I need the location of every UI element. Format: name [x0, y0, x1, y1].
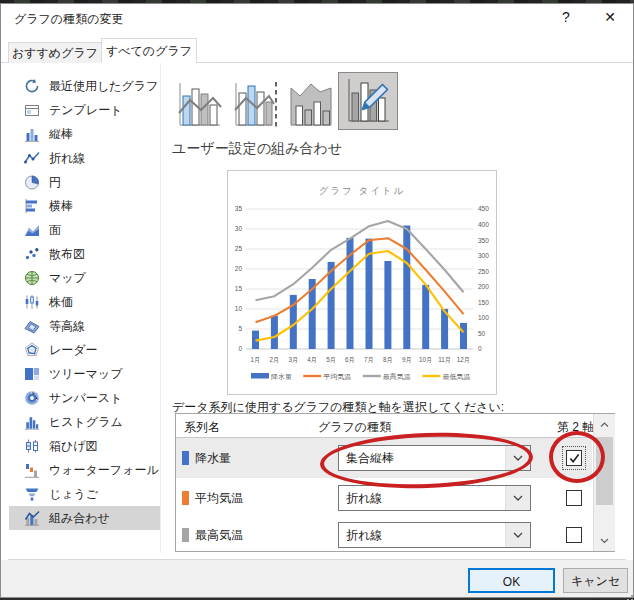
table-scrollbar[interactable]	[593, 414, 615, 551]
ok-button[interactable]: OK	[468, 568, 555, 593]
tab-recommended-charts[interactable]: おすすめグラフ	[8, 42, 102, 63]
tab-all-charts[interactable]: すべてのグラフ	[101, 38, 197, 63]
svg-text:7月: 7月	[364, 356, 374, 364]
clustered-column-line-icon	[175, 80, 223, 130]
sidebar-item-surface-chart[interactable]: 等高線	[9, 314, 160, 338]
gallery-item-stacked-area-clustered-column[interactable]	[287, 80, 335, 128]
box-whisker-chart-icon	[24, 438, 40, 454]
line-chart-icon	[24, 150, 40, 166]
series-color-swatch	[182, 491, 189, 505]
sidebar-item-sunburst-chart[interactable]: サンバースト	[9, 386, 160, 410]
cancel-button[interactable]: キャンセル	[563, 568, 628, 593]
chevron-down-icon[interactable]	[505, 523, 530, 547]
sidebar-item-label: 組み合わせ	[49, 510, 110, 527]
sidebar-item-waterfall-chart[interactable]: ウォーターフォール	[9, 458, 160, 482]
svg-text:100: 100	[478, 314, 489, 321]
resize-grip[interactable]	[627, 591, 629, 593]
help-icon[interactable]: ?	[554, 8, 578, 26]
svg-text:最低気温: 最低気温	[442, 373, 470, 381]
sidebar-item-line-chart[interactable]: 折れ線	[9, 146, 160, 170]
sidebar-item-label: サンバースト	[49, 390, 122, 407]
combo-chart-icon	[24, 510, 40, 526]
sidebar-item-histogram-chart[interactable]: ヒストグラム	[9, 410, 160, 434]
gallery-item-custom-combination[interactable]	[338, 72, 398, 130]
scroll-down-icon[interactable]	[594, 531, 615, 550]
sidebar-item-combo-chart[interactable]: 組み合わせ	[9, 506, 160, 530]
tab-label: すべてのグラフ	[106, 44, 192, 58]
sidebar-item-stock-chart[interactable]: 株価	[9, 290, 160, 314]
gallery-item-clustered-column-line-secondary-axis[interactable]	[231, 80, 279, 128]
svg-text:平均気温: 平均気温	[323, 373, 351, 381]
combo-chart: 0510152025303505010015020025030035040045…	[228, 171, 496, 394]
sidebar-item-column-chart[interactable]: 縦棒	[9, 122, 160, 146]
svg-text:200: 200	[478, 283, 489, 290]
background-behind-dialog-top	[0, 0, 634, 4]
area-chart-icon	[24, 222, 40, 238]
secondary-axis-checkbox[interactable]	[566, 450, 582, 466]
bar-chart-icon	[24, 198, 40, 214]
sidebar-item-recent-chart[interactable]: 最近使用したグラフ	[9, 74, 160, 98]
series-table: 系列名 グラフの種類 第 2 軸 降水量集合縦棒平均気温折れ線最高気温折れ線	[175, 413, 615, 552]
sidebar-item-radar-chart[interactable]: レーダー	[9, 338, 160, 362]
chevron-down-icon[interactable]	[505, 446, 530, 470]
svg-text:450: 450	[478, 205, 489, 212]
series-row-1[interactable]: 降水量集合縦棒	[176, 438, 592, 478]
sidebar-item-map-chart[interactable]: マップ	[9, 266, 160, 290]
svg-text:0: 0	[478, 345, 482, 352]
series-row-2[interactable]: 平均気温折れ線	[176, 478, 592, 518]
sidebar-item-scatter-chart[interactable]: 散布図	[9, 242, 160, 266]
clustered-column-line-secondary-axis-icon	[231, 80, 279, 130]
sidebar-item-label: ウォーターフォール	[49, 462, 159, 479]
secondary-axis-checkbox[interactable]	[566, 490, 582, 506]
pie-chart-icon	[24, 174, 40, 190]
chart-type-dropdown[interactable]: 折れ線	[338, 485, 531, 511]
sidebar-item-label: 円	[49, 174, 61, 191]
stacked-area-clustered-column-icon	[287, 80, 335, 130]
gallery-item-clustered-column-line[interactable]	[175, 80, 223, 128]
sidebar-item-label: 面	[49, 222, 61, 239]
sidebar-item-label: ヒストグラム	[49, 414, 123, 431]
template-icon	[24, 102, 40, 118]
sidebar-item-area-chart[interactable]: 面	[9, 218, 160, 242]
sidebar-item-box-whisker-chart[interactable]: 箱ひげ図	[9, 434, 160, 458]
svg-text:9月: 9月	[402, 356, 412, 364]
treemap-chart-icon	[24, 366, 40, 382]
svg-text:4月: 4月	[307, 356, 317, 364]
scatter-chart-icon	[24, 246, 40, 262]
svg-text:300: 300	[478, 252, 489, 259]
svg-text:5月: 5月	[326, 356, 336, 364]
chart-type-dropdown[interactable]: 集合縦棒	[338, 445, 531, 471]
svg-text:150: 150	[478, 299, 489, 306]
svg-text:1月: 1月	[251, 356, 261, 364]
sidebar-item-label: 折れ線	[49, 150, 85, 167]
scroll-up-icon[interactable]	[594, 415, 615, 434]
funnel-chart-icon	[24, 486, 40, 502]
sidebar-item-label: 箱ひげ図	[49, 438, 98, 455]
series-color-swatch	[182, 528, 189, 542]
sidebar-item-label: 株価	[49, 294, 73, 311]
series-name: 最高気温	[195, 526, 243, 543]
sidebar-item-label: マップ	[49, 270, 86, 287]
scrollbar-thumb[interactable]	[596, 437, 613, 505]
chart-type-dropdown[interactable]: 折れ線	[338, 522, 531, 548]
histogram-chart-icon	[24, 414, 40, 430]
sidebar-item-label: 散布図	[49, 246, 85, 263]
secondary-axis-checkbox[interactable]	[566, 527, 582, 543]
svg-text:2月: 2月	[269, 356, 279, 364]
sidebar-item-treemap-chart[interactable]: ツリーマップ	[9, 362, 160, 386]
chart-type-value: 折れ線	[346, 490, 382, 507]
sidebar-item-bar-chart[interactable]: 横棒	[9, 194, 160, 218]
dialog-title: グラフの種類の変更	[14, 11, 123, 28]
close-icon[interactable]: ✕	[598, 8, 622, 26]
sidebar-item-pie-chart[interactable]: 円	[9, 170, 160, 194]
sidebar-item-template[interactable]: テンプレート	[9, 98, 160, 122]
change-chart-type-dialog: グラフの種類の変更 ? ✕ おすすめグラフ すべてのグラフ 最近使用したグラフテ…	[0, 0, 634, 600]
series-row-3[interactable]: 最高気温折れ線	[176, 518, 592, 551]
sidebar-item-label: レーダー	[49, 342, 98, 359]
sidebar-item-label: 最近使用したグラフ	[49, 78, 158, 95]
chevron-down-icon[interactable]	[505, 486, 530, 510]
series-color-swatch	[182, 451, 189, 465]
map-chart-icon	[24, 270, 40, 286]
sidebar-item-funnel-chart[interactable]: じょうご	[9, 482, 160, 506]
svg-text:8月: 8月	[383, 356, 393, 364]
